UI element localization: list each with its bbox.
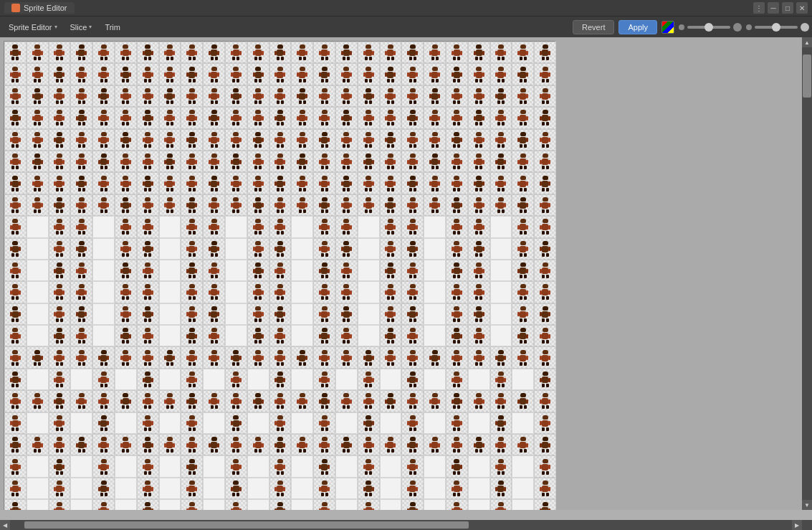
sprite-cell — [424, 238, 446, 260]
sprite-cell — [4, 129, 27, 151]
sprite-cell — [70, 369, 92, 390]
sprite-cell — [181, 478, 203, 499]
sprite-cell — [446, 325, 468, 346]
sprite-cell — [203, 194, 225, 216]
sprite-cell — [70, 129, 92, 151]
sprite-cell — [269, 238, 292, 260]
trim-button[interactable]: Trim — [99, 21, 126, 34]
sprite-cell — [358, 63, 380, 85]
sprite-cell — [335, 369, 358, 390]
sprite-cell — [335, 172, 358, 194]
sprite-cell — [313, 63, 335, 85]
sprite-cell — [446, 194, 468, 216]
horizontal-scrollbar[interactable]: ◀ ▶ — [0, 520, 802, 530]
sprite-cell — [225, 85, 247, 107]
sprite-cell — [380, 455, 402, 477]
sprite-cell — [159, 434, 181, 455]
sprite-cell — [49, 303, 71, 325]
sprite-cell — [424, 260, 446, 281]
sprite-cell — [468, 303, 490, 325]
scroll-track-vertical[interactable] — [802, 47, 812, 500]
apply-button[interactable]: Apply — [618, 20, 657, 34]
sprite-grid-container — [4, 42, 555, 510]
sprite-cell — [335, 390, 358, 412]
sprite-cell — [424, 325, 446, 346]
sprite-cell — [291, 346, 313, 368]
sprite-cell — [181, 42, 203, 63]
scroll-right-button[interactable]: ▶ — [792, 520, 802, 530]
sprite-cell — [70, 151, 92, 172]
scroll-left-button[interactable]: ◀ — [0, 520, 10, 530]
sprite-cell — [247, 238, 269, 260]
sprite-cell — [92, 172, 115, 194]
sprite-cell — [27, 42, 49, 63]
sprite-cell — [291, 478, 313, 499]
sprite-cell — [115, 455, 137, 477]
sprite-cell — [512, 478, 534, 499]
close-button[interactable]: ✕ — [796, 2, 808, 14]
sprite-cell — [49, 194, 71, 216]
brightness-slider[interactable] — [755, 26, 798, 29]
sprite-cell — [401, 478, 424, 499]
more-options-button[interactable]: ⋮ — [753, 2, 765, 14]
sprite-cell — [247, 129, 269, 151]
sprite-cell — [424, 303, 446, 325]
sprite-editor-menu-button[interactable]: Sprite Editor ▾ — [3, 21, 63, 34]
brightness-small-icon — [746, 24, 752, 30]
sprite-cell — [225, 107, 247, 128]
sprite-cell — [468, 194, 490, 216]
sprite-cell — [49, 390, 71, 412]
sprite-cell — [534, 390, 556, 412]
sprite-cell — [401, 42, 424, 63]
sprite-cell — [380, 346, 402, 368]
sprite-cell — [446, 499, 468, 510]
revert-button[interactable]: Revert — [573, 20, 614, 34]
sprite-cell — [70, 346, 92, 368]
scroll-thumb-horizontal[interactable] — [24, 521, 469, 529]
sprite-cell — [512, 434, 534, 455]
sprite-cell — [512, 238, 534, 260]
scroll-down-button[interactable]: ▼ — [802, 500, 812, 510]
sprite-cell — [313, 42, 335, 63]
sprite-cell — [70, 85, 92, 107]
sprite-cell — [380, 85, 402, 107]
sprite-cell — [181, 63, 203, 85]
sprite-cell — [137, 63, 159, 85]
sprite-cell — [358, 325, 380, 346]
sprite-cell — [92, 107, 115, 128]
sprite-editor-icon — [11, 4, 20, 12]
maximize-button[interactable]: □ — [782, 2, 793, 14]
sprite-cell — [534, 63, 556, 85]
sprite-cell — [225, 216, 247, 237]
sprite-cell — [137, 369, 159, 390]
sprite-cell — [401, 281, 424, 303]
sprite-cell — [27, 216, 49, 237]
minimize-button[interactable]: ─ — [768, 2, 779, 14]
sprite-cell — [92, 129, 115, 151]
sprite-cell — [181, 325, 203, 346]
sprite-cell — [115, 325, 137, 346]
sprite-cell — [468, 129, 490, 151]
sprite-cell — [291, 238, 313, 260]
sprite-cell — [137, 390, 159, 412]
bottom-scrollbar-bar: ◀ ▶ — [0, 520, 812, 530]
sprite-cell — [70, 260, 92, 281]
scroll-track-horizontal[interactable] — [10, 520, 792, 530]
scroll-up-button[interactable]: ▲ — [802, 37, 812, 47]
editor-area[interactable]: ▲ ▼ — [0, 37, 812, 520]
sprite-cell — [247, 85, 269, 107]
sprite-cell — [380, 216, 402, 237]
sprite-editor-caret: ▾ — [54, 24, 57, 30]
sprite-cell — [490, 478, 512, 499]
sprite-cell — [137, 42, 159, 63]
slice-menu-button[interactable]: Slice ▾ — [65, 21, 98, 34]
zoom-small-icon — [679, 24, 684, 30]
sprite-cell — [49, 129, 71, 151]
sprite-cell — [424, 499, 446, 510]
vertical-scrollbar[interactable]: ▲ ▼ — [802, 37, 812, 510]
zoom-slider[interactable] — [687, 26, 730, 29]
color-mode-icon[interactable] — [661, 21, 674, 34]
sprite-cell — [225, 412, 247, 434]
scroll-thumb-vertical[interactable] — [803, 55, 811, 98]
sprite-cell — [313, 172, 335, 194]
